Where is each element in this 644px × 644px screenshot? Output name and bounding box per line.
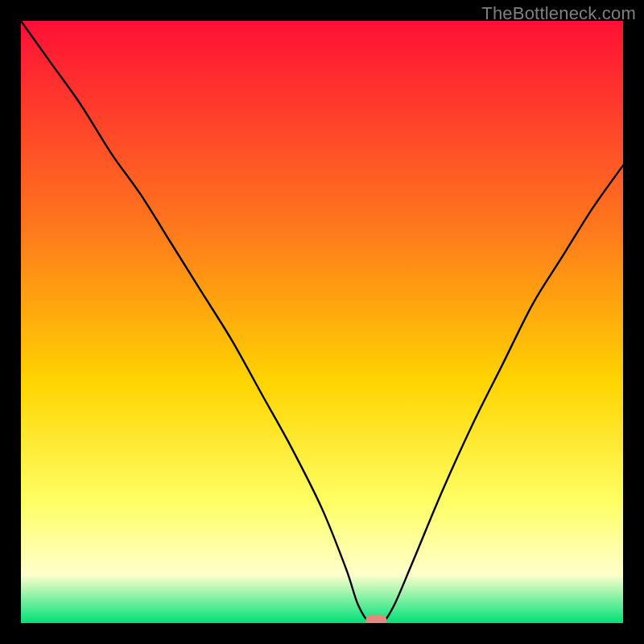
chart-svg — [21, 21, 623, 623]
watermark-text: TheBottleneck.com — [481, 3, 636, 24]
plot-area — [21, 21, 623, 623]
gradient-background — [21, 21, 623, 623]
optimal-marker — [365, 615, 386, 623]
chart-frame: TheBottleneck.com — [0, 0, 644, 644]
